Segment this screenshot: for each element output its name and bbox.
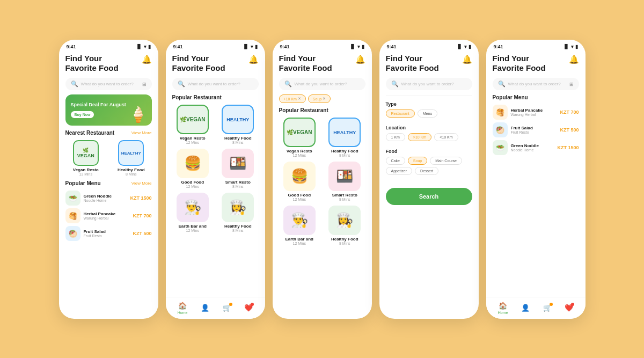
bottom-nav-2: 🏠 Home 👤 🛒 ❤️ — [166, 297, 265, 319]
rest-card-earth-3[interactable]: 👨‍🍳 Earth Bar and 12 Mins — [279, 206, 320, 245]
filter-btn-1[interactable]: ⊞ — [142, 82, 147, 87]
filter-chip-10km[interactable]: +10 Km ✕ — [279, 94, 306, 103]
rest-grid-2: 🌿VEGAN Vegan Resto 12 Mins HEALTHY Healt… — [172, 105, 259, 232]
card-smart-name: Smart Resto — [217, 180, 259, 185]
search-bar-2[interactable]: 🔍 What do you want to order? — [172, 78, 259, 90]
rest-card-vegan-2[interactable]: 🌿VEGAN Vegan Resto 12 Mins — [172, 105, 214, 144]
nav-cart-5[interactable]: 🛒 — [543, 304, 552, 312]
bell-icon-2[interactable]: 🔔 — [248, 55, 259, 64]
view-more-nearest[interactable]: View More — [131, 130, 152, 135]
type-menu[interactable]: Menu — [418, 109, 438, 118]
rest-card-vegan-3[interactable]: 🌿VEGAN Vegan Resto 12 Mins — [279, 118, 320, 157]
header-1: Find Your Favorite Food 🔔 — [65, 54, 152, 74]
app-title-4: Find Your Favorite Food — [386, 54, 439, 74]
food-main[interactable]: Main Course — [430, 157, 462, 165]
app-title-5: Find Your Favorite Food — [493, 54, 546, 74]
filter-chip-soup[interactable]: Soup ✕ — [308, 94, 331, 103]
rest-card-healthy-2[interactable]: HEALTHY Healthy Food 8 Mins — [217, 105, 259, 144]
time-3: 9:41 — [280, 44, 290, 49]
type-options: Restaurant Menu — [386, 109, 472, 118]
nav-home-5[interactable]: 🏠 Home — [498, 302, 508, 315]
menu-item-pancake-5[interactable]: 🥞 Herbal Pancake Warung Herbal KZT 700 — [493, 105, 579, 120]
search-icon-4: 🔍 — [391, 81, 399, 87]
menu-item-salad-5[interactable]: 🥙 Fruit Salad Fruit Resto KZT 500 — [493, 122, 579, 137]
pancake-price: KZT 700 — [133, 213, 151, 218]
search-bar-4[interactable]: 🔍 What do you want to order? — [386, 78, 472, 90]
salad-name-5: Fruit Salad — [511, 126, 557, 130]
menu-item-salad[interactable]: 🥙 Fruit Salad Fruit Resto KZT 500 — [65, 226, 152, 241]
rest-card-good-2[interactable]: 🍔 Good Food 12 Mins — [172, 149, 214, 188]
pancake-name-5: Herbal Pancake — [511, 108, 557, 113]
rest-card-earth-2[interactable]: 👨‍🍳 Earth Bar and 12 Mins — [172, 193, 214, 232]
card-earth-name: Earth Bar and — [172, 224, 214, 229]
salad-thumb: 🥙 — [65, 226, 80, 241]
rest-card-healthy-3[interactable]: HEALTHY Healthy Food 8 Mins — [324, 118, 365, 157]
nav-fav-5[interactable]: ❤️ — [565, 304, 573, 312]
food-dessert[interactable]: Dessert — [415, 167, 438, 175]
card-good-logo-3: 🍔 — [283, 162, 316, 191]
bell-icon-5[interactable]: 🔔 — [569, 55, 579, 64]
nav-profile-2[interactable]: 👤 — [201, 304, 209, 312]
card-healthy2-mins: 8 Mins — [217, 229, 259, 232]
pancake-sub: Warung Herbal — [84, 216, 130, 220]
filter-chips-3: +10 Km ✕ Soup ✕ — [279, 94, 365, 103]
noodle-price: KZT 1500 — [130, 195, 151, 201]
chip-close-soup[interactable]: ✕ — [323, 97, 326, 101]
rest-card-smart-2[interactable]: 🍱 Smart Resto 8 Mins — [217, 149, 259, 188]
chip-close-10km[interactable]: ✕ — [298, 97, 301, 101]
card-vegan-mins: 12 Mins — [172, 141, 214, 144]
rest-card-good-3[interactable]: 🍔 Good Food 12 Mins — [279, 162, 320, 201]
time-5: 9:41 — [494, 44, 503, 49]
search-text-5: What do you want to order? — [508, 82, 567, 86]
vegan-name: Vegan Resto — [65, 167, 107, 172]
filter-btn-5[interactable]: ⊞ — [569, 82, 574, 87]
loc-lt10km[interactable]: <10 Km — [434, 133, 458, 141]
nav-fav-2[interactable]: ❤️ — [244, 304, 253, 312]
header-2: Find Your Favorite Food 🔔 — [172, 54, 259, 74]
rest-card-healthy2-2[interactable]: 👩‍🍳 Healthy Food 8 Mins — [217, 193, 259, 232]
popular-label: Popular Menu — [65, 180, 101, 186]
bell-icon-4[interactable]: 🔔 — [462, 55, 472, 64]
search-bar-3[interactable]: 🔍 What do you want to order? — [279, 78, 365, 90]
noodle-price-5: KZT 1500 — [557, 145, 579, 150]
fav-badge-dot-2 — [251, 303, 254, 306]
menu-item-noodle[interactable]: 🥗 Green Noddle Noodle Home KZT 1500 — [65, 191, 152, 206]
search-filter-btn[interactable]: Search — [386, 188, 472, 205]
card-healthy-logo: HEALTHY — [222, 105, 254, 134]
search-bar-5[interactable]: 🔍 What do you want to order? ⊞ — [493, 78, 579, 90]
card-healthy-logo-3: HEALTHY — [328, 118, 361, 147]
type-restaurant[interactable]: Restaurant — [386, 109, 415, 118]
menu-item-pancake[interactable]: 🥞 Herbal Pancake Warung Herbal KZT 700 — [65, 208, 152, 223]
search-bar-1[interactable]: 🔍 What do you want to order? ⊞ — [65, 78, 152, 90]
nav-cart-2[interactable]: 🛒 — [223, 304, 231, 312]
rest-card-h2-3[interactable]: 👩‍🍳 Healthy Food 8 Mins — [324, 206, 365, 245]
menu-item-noodle-5[interactable]: 🥗 Green Noddle Noodle Home KZT 1500 — [493, 140, 579, 155]
rest-card-smart-3[interactable]: 🍱 Smart Resto 8 Mins — [324, 162, 365, 201]
header-4: Find Your Favorite Food 🔔 — [386, 54, 472, 74]
loc-1km[interactable]: 1 Km — [386, 133, 405, 141]
fav-badge-2: ❤️ — [244, 304, 253, 312]
fav-badge-dot-5 — [571, 303, 574, 306]
time-1: 9:41 — [67, 44, 76, 49]
food-soup[interactable]: Soup — [408, 157, 427, 165]
home-icon-5: 🏠 — [499, 302, 507, 310]
food-cake[interactable]: Cake — [386, 157, 405, 165]
restaurant-healthy[interactable]: HEALTHY Healthy Food 8 Mins — [111, 140, 152, 176]
bell-icon-3[interactable]: 🔔 — [355, 55, 365, 64]
time-2: 9:41 — [173, 44, 183, 49]
salad-name: Fruit Salad — [84, 229, 130, 234]
screens-container: 9:41 ▐▌ ▾ ▮ Find Your Favorite Food 🔔 🔍 … — [59, 40, 586, 319]
search-text-4: What do you want to order? — [401, 82, 467, 86]
food-appetizer[interactable]: Appetizer — [386, 167, 413, 175]
cart-badge-5: 🛒 — [543, 304, 552, 312]
loc-10km[interactable]: >10 Km — [408, 133, 431, 141]
restaurant-vegan[interactable]: 🌿VEGAN Vegan Resto 12 Mins — [65, 140, 107, 176]
bell-icon-1[interactable]: 🔔 — [142, 55, 152, 64]
nav-profile-5[interactable]: 👤 — [521, 304, 530, 312]
wifi-icon-2: ▾ — [251, 44, 253, 49]
promo-buy-btn[interactable]: Buy Now — [71, 111, 94, 118]
view-more-popular[interactable]: View More — [131, 181, 152, 186]
popular-rest-header-2: Popular Restaurant — [172, 94, 259, 100]
salad-sub-5: Fruit Resto — [511, 130, 557, 134]
nav-home-2[interactable]: 🏠 Home — [178, 302, 188, 315]
